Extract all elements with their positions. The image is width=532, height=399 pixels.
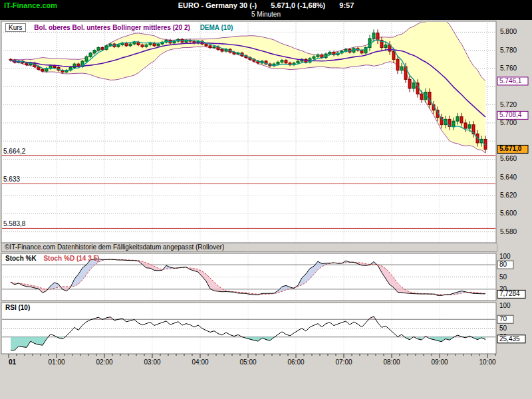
support-line-label: 5.633 — [3, 176, 20, 183]
price-tick-label: 5.600 — [500, 209, 517, 217]
time-tick-label: 01 — [9, 358, 17, 366]
price-axis: 5.8005.7805.7605.7205.7005.6605.6405.620… — [497, 28, 528, 235]
svg-text:50: 50 — [499, 273, 507, 281]
price-tick-label: 5.620 — [500, 192, 517, 199]
svg-text:50: 50 — [499, 325, 507, 332]
svg-text:5.708,4: 5.708,4 — [499, 111, 522, 118]
time-tick-label: 03:00 — [144, 358, 160, 366]
support-line-label: 5.664,2 — [3, 148, 26, 155]
svg-text:25,435: 25,435 — [499, 335, 520, 342]
time-tick-label: 01:00 — [48, 358, 65, 366]
rsi-axis: 10070503025,435 — [497, 302, 525, 342]
price-tick-label: 5.780 — [500, 47, 517, 54]
stoch-axis: 1008050207,7284 — [497, 253, 525, 298]
svg-text:80: 80 — [499, 261, 507, 268]
support-line-label: 5.583,8 — [3, 220, 26, 227]
last-price-change: 5.671,0 (-1,68%) — [271, 1, 325, 9]
time-tick-label: 06:00 — [287, 358, 304, 366]
chart-canvas[interactable]: 5.664,25.6335.583,85.8005.7805.7605.7205… — [0, 20, 532, 399]
time-tick-label: 08:00 — [383, 358, 400, 366]
price-tick-label: 5.700 — [500, 119, 517, 126]
chart-title-line: EURO - Germany 30 (-) 5.671,0 (-1,68%) 9… — [0, 1, 532, 9]
time-tick-label: 05:00 — [239, 358, 256, 366]
svg-text:5.671,0: 5.671,0 — [499, 145, 522, 152]
svg-text:7,7284: 7,7284 — [499, 290, 520, 297]
interval-label: 5 Minuten — [0, 11, 532, 18]
trading-chart-window: IT-Finance.com EURO - Germany 30 (-) 5.6… — [0, 0, 532, 399]
time-tick-label: 02:00 — [96, 358, 112, 366]
svg-text:70: 70 — [499, 315, 507, 323]
svg-text:100: 100 — [499, 302, 511, 309]
time-axis: 0101:0002:0003:0004:0005:0006:0007:0008:… — [9, 354, 496, 366]
time-tick-label: 10:00 — [479, 358, 495, 366]
instrument-title: EURO - Germany 30 (-) — [178, 1, 257, 9]
price-tick-label: 5.660 — [500, 155, 517, 162]
title-bar: IT-Finance.com EURO - Germany 30 (-) 5.6… — [0, 0, 532, 20]
time-tick-label: 09:00 — [431, 358, 448, 366]
price-tick-label: 5.640 — [500, 174, 517, 181]
time-tick-label: 04:00 — [192, 358, 208, 366]
svg-text:5.746,1: 5.746,1 — [499, 77, 522, 84]
quote-time: 9:57 — [339, 1, 354, 9]
price-tick-label: 5.580 — [500, 228, 517, 235]
price-tick-label: 5.720 — [500, 101, 517, 108]
svg-text:100: 100 — [499, 253, 511, 260]
price-tick-label: 5.800 — [500, 28, 517, 35]
price-tick-label: 5.760 — [500, 65, 517, 72]
time-tick-label: 07:00 — [335, 358, 352, 366]
